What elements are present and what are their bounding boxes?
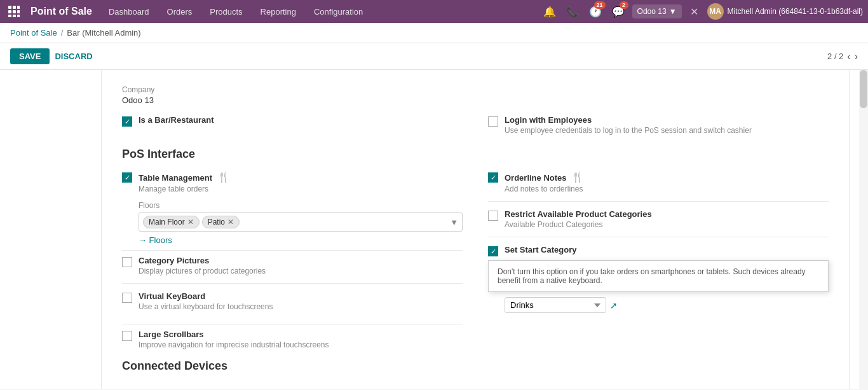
set-start-check-mark: ✓ [491,247,496,256]
floors-link-text: → Floors [139,235,172,245]
category-pictures-label: Category Pictures [139,256,266,265]
set-start-category-checkbox[interactable]: ✓ [488,246,498,256]
breadcrumb: Point of Sale / Bar (Mitchell Admin) [0,23,868,43]
breadcrumb-parent[interactable]: Point of Sale [10,28,57,38]
activities-icon[interactable]: 🔔 [541,3,559,20]
virtual-keyboard-checkbox[interactable] [122,293,132,303]
category-pictures-label-group: Category Pictures Display pictures of pr… [139,256,266,275]
table-management-label: Table Management 🍴 [139,171,230,183]
set-start-category-row: ✓ Set Start Category [488,245,829,256]
is-bar-restaurant-label-group: Is a Bar/Restaurant [139,115,214,125]
content-area: Company Odoo 13 ✓ Is a Bar/Restaurant [102,70,849,389]
nav-dashboard[interactable]: Dashboard [100,2,158,22]
floor-tag-patio-remove[interactable]: ✕ [227,218,234,226]
right-icons: 🔔 📞 🕐 21 💬 2 Odoo 13 ▼ ✕ MA Mitchell Adm… [541,3,863,20]
avatar: MA [707,3,724,20]
tooltip-text: Don't turn this option on if you take or… [498,267,806,285]
activities-badge: 21 [594,1,606,9]
main-content: Company Odoo 13 ✓ Is a Bar/Restaurant [0,70,868,389]
svg-rect-8 [17,15,20,17]
check-mark: ✓ [125,118,130,126]
restrict-categories-label: Restrict Available Product Categories [505,209,652,219]
login-employees-desc: Use employee credentials to log in to th… [505,126,752,135]
breadcrumb-separator: / [61,28,64,38]
right-panel-pos: ✓ Orderline Notes 🍴 Add notes to orderli… [488,171,829,349]
set-start-category-label: Set Start Category [505,245,576,254]
login-employees-label-group: Login with Employees Use employee creden… [505,115,752,135]
company-label: Company [122,85,829,94]
nav-reporting[interactable]: Reporting [252,2,305,22]
nav-orders[interactable]: Orders [158,2,201,22]
apps-icon[interactable] [5,3,23,20]
floors-input[interactable]: Main Floor ✕ Patio ✕ ▼ [139,212,463,232]
close-button[interactable]: ✕ [687,4,702,19]
login-employees-checkbox[interactable] [488,116,498,127]
floor-tag-patio: Patio ✕ [202,216,240,228]
odoo-menu[interactable]: Odoo 13 ▼ [632,4,682,18]
svg-rect-4 [13,10,16,13]
right-panel-top: Login with Employees Use employee creden… [488,115,829,135]
pager-next[interactable]: › [855,51,858,62]
messages-badge: 2 [620,1,628,9]
restrict-categories-checkbox[interactable] [488,211,498,221]
breadcrumb-current: Bar (Mitchell Admin) [67,28,140,38]
nav-products[interactable]: Products [201,2,251,22]
table-management-checkbox[interactable]: ✓ [122,172,132,183]
pager-text: 2 / 2 [827,52,843,61]
drinks-select[interactable]: Drinks [505,297,606,313]
login-employees-label: Login with Employees [505,115,752,125]
large-scrollbars-label-group: Large Scrollbars Improve navigation for … [139,330,329,349]
category-pictures-desc: Display pictures of product categories [139,267,266,275]
set-start-category-label-group: Set Start Category [505,245,576,254]
floor-tag-main-remove[interactable]: ✕ [187,218,194,226]
phone-icon[interactable]: 📞 [564,3,581,20]
is-bar-restaurant-checkbox[interactable]: ✓ [122,116,132,127]
virtual-keyboard-tooltip: Don't turn this option on if you take or… [488,260,829,292]
table-management-row: ✓ Table Management 🍴 Manage table orders [122,171,463,193]
external-link-icon[interactable]: ➚ [610,300,618,310]
virtual-keyboard-row: Virtual KeyBoard Use a virtual keyboard … [122,291,463,311]
scrollbar-track[interactable] [859,70,868,389]
left-panel-top: ✓ Is a Bar/Restaurant [122,115,488,135]
category-pictures-row: Category Pictures Display pictures of pr… [122,256,463,275]
svg-rect-0 [8,6,11,9]
orderline-notes-desc: Add notes to orderlines [505,185,584,193]
floor-tag-patio-label: Patio [208,218,225,226]
svg-rect-1 [13,6,16,9]
table-management-label-group: Table Management 🍴 Manage table orders [139,171,230,193]
nav-configuration[interactable]: Configuration [305,2,372,22]
category-pictures-checkbox[interactable] [122,257,132,267]
svg-rect-7 [13,15,16,17]
floor-tag-main-label: Main Floor [149,218,185,226]
svg-rect-6 [8,15,11,17]
pager: 2 / 2 ‹ › [827,51,858,62]
nav-links: Dashboard Orders Products Reporting Conf… [100,2,372,22]
clock-icon[interactable]: 🕐 21 [587,3,604,20]
pager-prev[interactable]: ‹ [847,51,850,62]
orderline-notes-row: ✓ Orderline Notes 🍴 Add notes to orderli… [488,171,829,193]
orderline-notes-label-group: Orderline Notes 🍴 Add notes to orderline… [505,171,584,193]
drinks-dropdown-row: Drinks ➚ [505,297,829,313]
svg-rect-2 [17,6,20,9]
restrict-categories-row: Restrict Available Product Categories Av… [488,209,829,229]
floors-field: Floors Main Floor ✕ Patio ✕ ▼ → Flo [139,201,463,245]
floors-link[interactable]: → Floors [139,235,463,245]
login-employees-row: Login with Employees Use employee creden… [488,115,829,135]
orderline-notes-label: Orderline Notes 🍴 [505,171,584,183]
orderline-notes-checkbox[interactable]: ✓ [488,172,498,183]
orderline-check-mark: ✓ [491,174,496,182]
is-bar-restaurant-label: Is a Bar/Restaurant [139,115,214,125]
messages-icon[interactable]: 💬 2 [609,3,627,20]
orderline-fork-icon: 🍴 [571,172,584,183]
save-button[interactable]: SAVE [10,48,50,64]
company-value: Odoo 13 [122,95,829,105]
floors-label: Floors [139,201,463,210]
user-name: Mitchell Admin (664841-13-0-1b63df-all) [728,7,863,16]
discard-button[interactable]: DISCARD [55,52,92,61]
is-bar-restaurant-row: ✓ Is a Bar/Restaurant [122,115,463,127]
large-scrollbars-checkbox[interactable] [122,331,132,341]
user-area[interactable]: MA Mitchell Admin (664841-13-0-1b63df-al… [707,3,863,20]
right-gutter [849,70,868,389]
scrollbar-thumb[interactable] [860,70,867,108]
company-field: Company Odoo 13 [122,85,829,105]
